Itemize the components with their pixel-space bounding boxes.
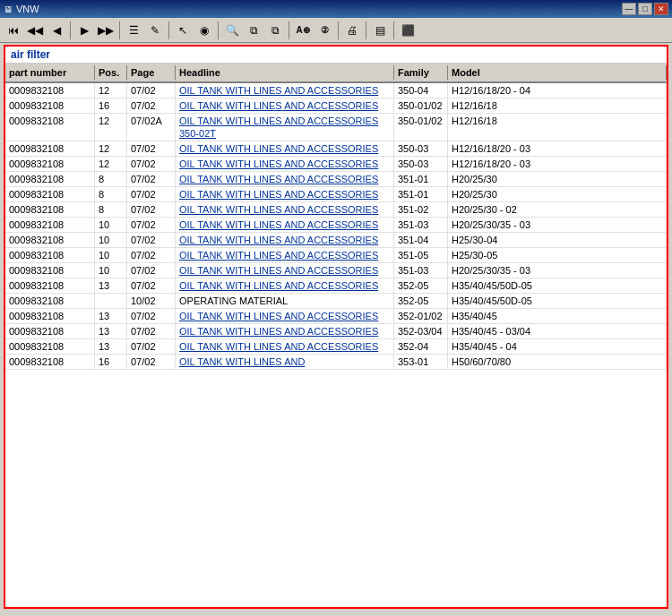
frame1-btn[interactable]: ⧉	[244, 21, 263, 40]
table-row[interactable]: 0009832108 12 07/02A OIL TANK WITH LINES…	[5, 114, 667, 141]
cell-page: 07/02	[127, 98, 176, 113]
minimize-button[interactable]: —	[622, 3, 636, 15]
search-a-btn[interactable]: A⊕	[293, 21, 313, 40]
table-row[interactable]: 0009832108 10 07/02 OIL TANK WITH LINES …	[5, 218, 667, 233]
close-button[interactable]: ✕	[654, 3, 668, 15]
cell-part-number: 0009832108	[5, 324, 95, 338]
cell-headline[interactable]: OIL TANK WITH LINES AND ACCESSORIES	[176, 202, 394, 217]
cell-headline[interactable]: OIL TANK WITH LINES AND ACCESSORIES	[176, 324, 394, 338]
cell-pos: 13	[95, 324, 127, 338]
table-row[interactable]: 0009832108 10 07/02 OIL TANK WITH LINES …	[5, 233, 667, 248]
cell-pos: 13	[95, 278, 127, 293]
cell-family: 351-04	[394, 233, 448, 247]
cell-headline[interactable]: OIL TANK WITH LINES AND ACCESSORIES 350-…	[176, 114, 394, 141]
cell-headline[interactable]: OIL TANK WITH LINES AND ACCESSORIES	[176, 187, 394, 201]
cell-headline[interactable]: OIL TANK WITH LINES AND ACCESSORIES	[176, 157, 394, 171]
cell-model: H35/40/45	[448, 309, 667, 323]
cell-page: 07/02	[127, 339, 176, 354]
cell-headline[interactable]: OIL TANK WITH LINES AND ACCESSORIES	[176, 233, 394, 247]
stop-btn[interactable]: ⬛	[398, 21, 418, 40]
sep2	[119, 21, 120, 39]
col-page: Page	[127, 65, 176, 80]
table-row[interactable]: 0009832108 13 07/02 OIL TANK WITH LINES …	[5, 339, 667, 355]
table-row[interactable]: 0009832108 12 07/02 OIL TANK WITH LINES …	[5, 83, 667, 98]
table-row[interactable]: 0009832108 8 07/02 OIL TANK WITH LINES A…	[5, 202, 667, 218]
cell-family: 352-05	[394, 278, 448, 293]
first-button[interactable]: ⏮	[4, 21, 23, 40]
sep6	[338, 21, 339, 39]
cell-page: 07/02	[127, 278, 176, 293]
table-row[interactable]: 0009832108 13 07/02 OIL TANK WITH LINES …	[5, 278, 667, 294]
cell-family: 352-05	[394, 294, 448, 308]
table-row[interactable]: 0009832108 10 07/02 OIL TANK WITH LINES …	[5, 248, 667, 263]
cell-part-number: 0009832108	[5, 172, 95, 186]
cell-pos: 8	[95, 202, 127, 217]
maximize-button[interactable]: □	[638, 3, 652, 15]
prev-skip-button[interactable]: ◀◀	[25, 21, 45, 40]
table-body[interactable]: 0009832108 12 07/02 OIL TANK WITH LINES …	[5, 83, 667, 607]
table-row[interactable]: 0009832108 8 07/02 OIL TANK WITH LINES A…	[5, 172, 667, 187]
col-family: Family	[394, 65, 448, 80]
cell-page: 07/02	[127, 157, 176, 171]
frame2-btn[interactable]: ⧉	[265, 21, 285, 40]
table-row[interactable]: 0009832108 12 07/02 OIL TANK WITH LINES …	[5, 157, 667, 172]
app-icon: 🖥	[4, 4, 13, 14]
table-header: part number Pos. Page Headline Family Mo…	[5, 64, 667, 83]
sep4	[218, 21, 219, 39]
prev-button[interactable]: ◀	[47, 21, 66, 40]
cell-headline[interactable]: OIL TANK WITH LINES AND ACCESSORIES	[176, 218, 394, 232]
cell-pos	[95, 294, 127, 308]
table-row[interactable]: 0009832108 16 07/02 OIL TANK WITH LINES …	[5, 355, 667, 370]
cell-headline[interactable]: OIL TANK WITH LINES AND ACCESSORIES	[176, 172, 394, 186]
table-row[interactable]: 0009832108 13 07/02 OIL TANK WITH LINES …	[5, 324, 667, 339]
cell-part-number: 0009832108	[5, 187, 95, 201]
globe-btn[interactable]: ◉	[194, 21, 214, 40]
edit-btn[interactable]: ✎	[145, 21, 165, 40]
table-row[interactable]: 0009832108 8 07/02 OIL TANK WITH LINES A…	[5, 187, 667, 202]
list-btn[interactable]: ☰	[124, 21, 143, 40]
table-row[interactable]: 0009832108 13 07/02 OIL TANK WITH LINES …	[5, 309, 667, 324]
cell-pos: 10	[95, 248, 127, 262]
next-button[interactable]: ▶	[74, 21, 94, 40]
table-row[interactable]: 0009832108 10/02 OPERATING MATERIAL 352-…	[5, 294, 667, 309]
cell-model: H35/40/45 - 04	[448, 339, 667, 354]
cell-headline[interactable]: OIL TANK WITH LINES AND ACCESSORIES	[176, 263, 394, 278]
zoom-btn[interactable]: 🔍	[222, 21, 242, 40]
layout-btn[interactable]: ▤	[370, 21, 390, 40]
cell-model: H20/25/30	[448, 172, 667, 186]
sep3	[168, 21, 169, 39]
table-row[interactable]: 0009832108 12 07/02 OIL TANK WITH LINES …	[5, 141, 667, 157]
print-button[interactable]: 🖨	[342, 21, 362, 40]
cell-headline[interactable]: OIL TANK WITH LINES AND	[176, 355, 394, 369]
cell-headline[interactable]: OIL TANK WITH LINES AND ACCESSORIES	[176, 248, 394, 262]
cell-model: H50/60/70/80	[448, 355, 667, 369]
cursor-btn[interactable]: ↖	[173, 21, 193, 40]
cell-headline[interactable]: OIL TANK WITH LINES AND ACCESSORIES	[176, 98, 394, 113]
cell-pos: 8	[95, 187, 127, 201]
search-num-btn[interactable]: ②	[314, 21, 334, 40]
cell-family: 350-03	[394, 157, 448, 171]
cell-page: 07/02	[127, 233, 176, 247]
cell-part-number: 0009832108	[5, 339, 95, 354]
table-row[interactable]: 0009832108 16 07/02 OIL TANK WITH LINES …	[5, 98, 667, 114]
table-row[interactable]: 0009832108 10 07/02 OIL TANK WITH LINES …	[5, 263, 667, 278]
cell-part-number: 0009832108	[5, 218, 95, 232]
cell-headline[interactable]: OIL TANK WITH LINES AND ACCESSORIES	[176, 309, 394, 323]
cell-headline[interactable]: OIL TANK WITH LINES AND ACCESSORIES	[176, 339, 394, 354]
cell-model: H12/16/18/20 - 03	[448, 157, 667, 171]
col-headline: Headline	[176, 65, 394, 80]
cell-page: 07/02	[127, 309, 176, 323]
cell-headline[interactable]: OIL TANK WITH LINES AND ACCESSORIES	[176, 141, 394, 156]
cell-part-number: 0009832108	[5, 114, 95, 141]
cell-headline[interactable]: OIL TANK WITH LINES AND ACCESSORIES	[176, 83, 394, 98]
cell-page: 07/02A	[127, 114, 176, 141]
cell-page: 07/02	[127, 187, 176, 201]
cell-headline[interactable]: OIL TANK WITH LINES AND ACCESSORIES	[176, 278, 394, 293]
cell-page: 07/02	[127, 172, 176, 186]
cell-model: H20/25/30 - 02	[448, 202, 667, 217]
next-skip-button[interactable]: ▶▶	[96, 21, 116, 40]
cell-pos: 16	[95, 98, 127, 113]
cell-pos: 10	[95, 233, 127, 247]
cell-model: H35/40/45/50D-05	[448, 294, 667, 308]
cell-family: 352-04	[394, 339, 448, 354]
